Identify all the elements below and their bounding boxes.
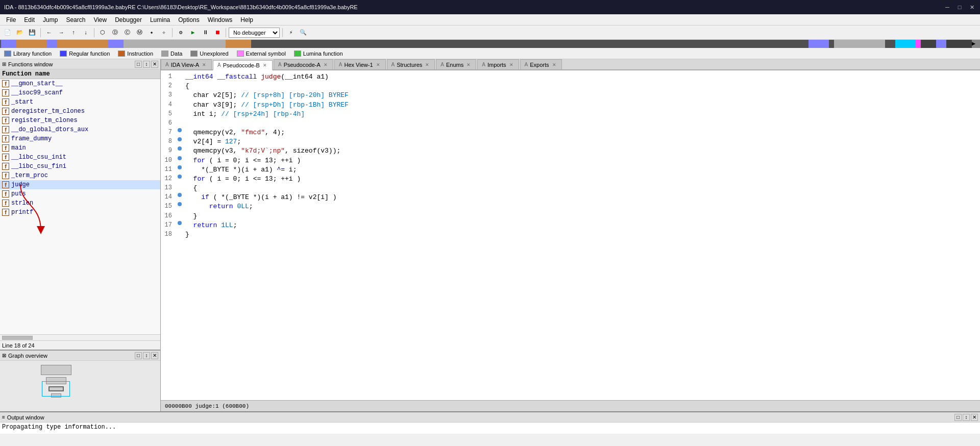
menu-jump[interactable]: Jump: [39, 14, 62, 25]
nav-seg-1[interactable]: [1, 40, 16, 48]
nav-seg-5[interactable]: [108, 40, 124, 48]
toolbar-find[interactable]: 🔍: [298, 27, 309, 38]
func-item-puts[interactable]: fputs: [0, 189, 160, 199]
toolbar-data[interactable]: Ⓜ: [134, 27, 145, 38]
tab-enums[interactable]: A Enums ✕: [436, 59, 476, 69]
func-hscroll[interactable]: [0, 334, 160, 340]
line-dot-7: [176, 128, 183, 132]
menu-windows[interactable]: Windows: [204, 14, 237, 25]
nav-scroll[interactable]: ▶: [972, 40, 980, 48]
toolbar-hex[interactable]: ⬡: [97, 27, 108, 38]
menu-view[interactable]: View: [89, 14, 111, 25]
toolbar-stop[interactable]: ⏹: [212, 27, 223, 38]
code-part: [185, 193, 201, 201]
menu-search[interactable]: Search: [62, 14, 89, 25]
func-item-__do_global_dtors_aux[interactable]: f__do_global_dtors_aux: [0, 125, 160, 134]
toolbar-sep-2: [94, 28, 94, 37]
toolbar-undef[interactable]: ✧: [158, 27, 169, 38]
tab-close-pseudo-a[interactable]: ✕: [323, 62, 329, 68]
minimize-button[interactable]: ─: [943, 3, 951, 11]
menu-edit[interactable]: Edit: [20, 14, 39, 25]
tab-hex-view[interactable]: A Hex View-1 ✕: [334, 59, 386, 69]
code-line-17: 17 return 1LL;: [161, 221, 980, 230]
func-item-printf[interactable]: fprintf: [0, 208, 160, 217]
tab-close-pseudo-b[interactable]: ✕: [262, 62, 268, 68]
tab-close-imports[interactable]: ✕: [508, 62, 514, 68]
function-list-scroll[interactable]: f__gmon_start__f__isoc99_scanff_startfde…: [0, 79, 160, 334]
tab-close-ida[interactable]: ✕: [201, 62, 207, 68]
nav-seg-7[interactable]: [226, 40, 251, 48]
nav-seg-16[interactable]: [936, 40, 946, 48]
menu-file[interactable]: File: [2, 14, 20, 25]
close-button[interactable]: ✕: [968, 3, 976, 11]
func-item-main[interactable]: fmain: [0, 143, 160, 153]
nav-seg-6[interactable]: [124, 40, 226, 48]
tab-pseudocode-b[interactable]: A Pseudocode-B ✕: [213, 60, 273, 70]
func-item-__gmon_start__[interactable]: f__gmon_start__: [0, 79, 160, 88]
toolbar-dasm[interactable]: Ⓓ: [109, 27, 120, 38]
tab-close-exports[interactable]: ✕: [551, 62, 557, 68]
nav-seg-14[interactable]: [916, 40, 921, 48]
toolbar-lumina[interactable]: ⚡: [285, 27, 297, 38]
func-item-judge[interactable]: fjudge: [0, 180, 160, 189]
line-code-18: }: [183, 230, 980, 239]
func-item-_term_proc[interactable]: f_term_proc: [0, 171, 160, 180]
func-item-strlen[interactable]: fstrlen: [0, 199, 160, 208]
toolbar-open[interactable]: 📂: [14, 27, 26, 38]
nav-seg-11[interactable]: [834, 40, 885, 48]
tab-exports[interactable]: A Exports ✕: [520, 59, 562, 69]
debugger-select[interactable]: No debugger: [229, 28, 280, 38]
graph-close-btn[interactable]: ✕: [151, 352, 158, 359]
graph-float-btn[interactable]: □: [135, 352, 142, 359]
func-hscroll-thumb[interactable]: [2, 336, 33, 340]
tab-close-enum[interactable]: ✕: [465, 62, 472, 68]
legend-label-library: Library function: [13, 51, 52, 57]
toolbar-run[interactable]: ▶: [187, 27, 199, 38]
toolbar-new[interactable]: 📄: [2, 27, 13, 38]
func-item-deregister_tm_clones[interactable]: fderegister_tm_clones: [0, 107, 160, 116]
panel-float-btn[interactable]: □: [135, 61, 142, 68]
menu-lumina[interactable]: Lumina: [146, 14, 174, 25]
tab-structures[interactable]: A Structures ✕: [387, 59, 435, 69]
toolbar-patch[interactable]: ⚙: [175, 27, 186, 38]
menu-debugger[interactable]: Debugger: [111, 14, 146, 25]
func-item-__libc_csu_init[interactable]: f__libc_csu_init: [0, 153, 160, 162]
tab-close-struct[interactable]: ✕: [424, 62, 430, 68]
output-float-btn[interactable]: □: [954, 414, 962, 421]
output-close-btn[interactable]: ✕: [971, 414, 978, 421]
breakpoint-dot-17: [178, 221, 182, 225]
tab-ida-view-a[interactable]: A IDA View-A ✕: [161, 59, 212, 69]
nav-seg-2[interactable]: [16, 40, 47, 48]
func-item-frame_dummy[interactable]: fframe_dummy: [0, 134, 160, 143]
toolbar-up[interactable]: ↑: [68, 27, 79, 38]
code-line-12: 12 for ( i = 0; i <= 13; ++i ): [161, 175, 980, 184]
code-part: if: [201, 193, 209, 201]
panel-max-btn[interactable]: ↕: [143, 61, 150, 68]
code-area[interactable]: 1__int64 __fastcall judge(__int64 a1)2{3…: [161, 70, 980, 400]
nav-seg-3[interactable]: [47, 40, 57, 48]
func-item-__libc_csu_fini[interactable]: f__libc_csu_fini: [0, 162, 160, 171]
toolbar-down[interactable]: ↓: [80, 27, 91, 38]
toolbar-str[interactable]: ✦: [146, 27, 157, 38]
toolbar-code[interactable]: Ⓒ: [121, 27, 133, 38]
toolbar-fwd[interactable]: →: [56, 27, 67, 38]
toolbar-save[interactable]: 💾: [27, 27, 38, 38]
func-item-__isoc99_scanf[interactable]: f__isoc99_scanf: [0, 88, 160, 97]
menu-help[interactable]: Help: [236, 14, 257, 25]
func-item-_start[interactable]: f_start: [0, 97, 160, 107]
output-max-btn[interactable]: ↕: [963, 414, 970, 421]
func-item-register_tm_clones[interactable]: fregister_tm_clones: [0, 116, 160, 125]
tab-close-hex[interactable]: ✕: [375, 62, 381, 68]
tab-pseudocode-a[interactable]: A Pseudocode-A ✕: [274, 59, 333, 69]
menu-options[interactable]: Options: [174, 14, 203, 25]
graph-max-btn[interactable]: ↕: [143, 352, 150, 359]
nav-seg-13[interactable]: [895, 40, 916, 48]
nav-seg-9[interactable]: [808, 40, 829, 48]
nav-seg-4[interactable]: [57, 40, 108, 48]
panel-close-btn[interactable]: ✕: [151, 61, 158, 68]
toolbar-pause[interactable]: ⏸: [200, 27, 211, 38]
maximize-button[interactable]: □: [955, 3, 964, 11]
toolbar-back[interactable]: ←: [43, 27, 55, 38]
graph-overview-titlebar: ⊠ Graph overview □ ↕ ✕: [0, 351, 160, 361]
tab-imports[interactable]: A Imports ✕: [477, 59, 519, 69]
